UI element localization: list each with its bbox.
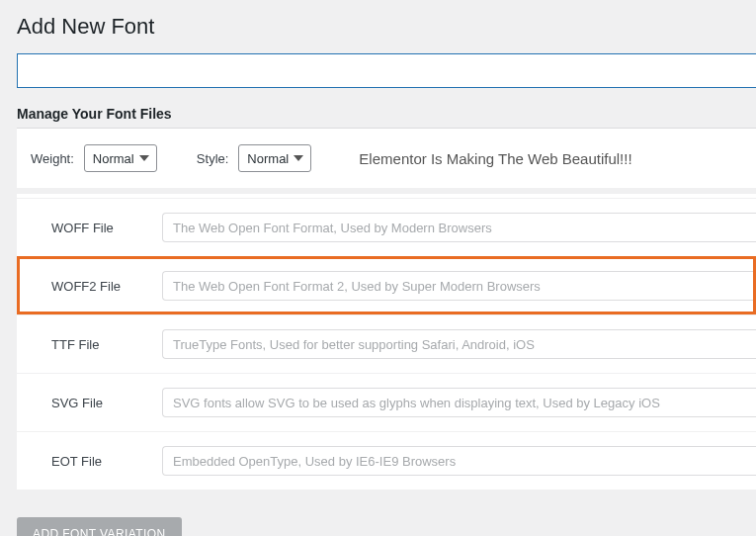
style-select[interactable]: Normal [238, 144, 311, 172]
add-font-variation-button[interactable]: ADD FONT VARIATION [17, 517, 182, 536]
file-path-input[interactable] [162, 329, 756, 359]
section-heading: Manage Your Font Files [0, 88, 756, 128]
file-row: SVG File [17, 373, 756, 431]
file-label: TTF File [51, 337, 162, 352]
file-label: SVG File [51, 396, 162, 410]
page-title: Add New Font [0, 0, 756, 53]
file-label: EOT File [51, 454, 162, 469]
file-label: WOFF File [51, 221, 162, 235]
font-name-input[interactable] [17, 53, 756, 88]
weight-select[interactable]: Normal [84, 144, 157, 172]
style-label: Style: [197, 151, 229, 166]
file-row: EOT File [17, 431, 756, 490]
file-row: TTF File [17, 314, 756, 373]
file-path-input[interactable] [162, 271, 756, 301]
file-row: WOFF2 File [17, 256, 756, 314]
file-path-input[interactable] [162, 213, 756, 242]
preview-text: Elementor Is Making The Web Beautiful!!! [359, 150, 631, 167]
file-row: WOFF File [17, 198, 756, 256]
file-label: WOFF2 File [51, 279, 162, 294]
weight-label: Weight: [31, 151, 74, 166]
file-path-input[interactable] [162, 446, 756, 476]
file-path-input[interactable] [162, 388, 756, 417]
